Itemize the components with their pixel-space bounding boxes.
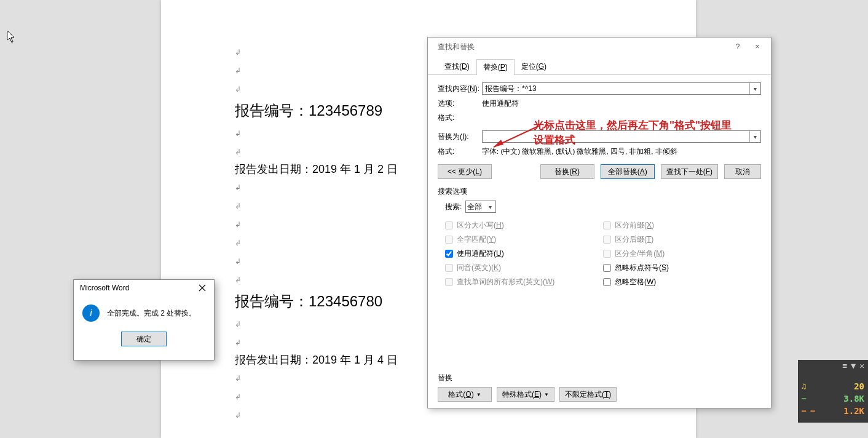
- search-options-legend: 搜索选项: [438, 186, 761, 197]
- replace-input[interactable]: [483, 132, 749, 141]
- tab-replace[interactable]: 替换(P): [476, 59, 515, 75]
- find-next-button[interactable]: 查找下一处(F): [661, 164, 718, 179]
- search-direction-value: 全部: [467, 202, 482, 212]
- hamburger-icon[interactable]: ≡: [843, 361, 848, 370]
- opt-sounds-like: 同音(英文)(K): [445, 263, 603, 273]
- replace-button[interactable]: 替换(R): [540, 164, 594, 179]
- info-icon: i: [82, 305, 100, 322]
- opt-ignore-punct[interactable]: 忽略标点符号(S): [603, 263, 761, 273]
- replace-history-dropdown[interactable]: ▾: [749, 131, 760, 142]
- replace-all-button[interactable]: 全部替换(A): [601, 164, 655, 179]
- mouse-cursor: [7, 31, 16, 43]
- message-box: Microsoft Word i 全部完成。完成 2 处替换。 确定: [73, 279, 215, 360]
- chevron-down-icon: ▾: [486, 204, 494, 210]
- opt-whole-word: 全字匹配(Y): [445, 234, 603, 245]
- dialog-titlebar[interactable]: 查找和替换 ? ×: [428, 38, 771, 56]
- replace-format-value: 字体: (中文) 微软雅黑, (默认) 微软雅黑, 四号, 非加粗, 非倾斜: [482, 147, 677, 156]
- music-icon: ♫: [802, 382, 816, 391]
- msgbox-titlebar[interactable]: Microsoft Word: [74, 280, 214, 296]
- metric-value-3: 1.2K: [843, 406, 864, 416]
- opt-match-prefix: 区分前缀(X): [603, 220, 761, 231]
- opt-match-case: 区分大小写(H): [445, 220, 603, 231]
- opt-all-word-forms: 查找单词的所有形式(英文)(W): [445, 277, 603, 287]
- msgbox-ok-button[interactable]: 确定: [121, 332, 167, 346]
- format-button[interactable]: 格式(O)▼: [438, 387, 492, 402]
- replace-format-label: 格式:: [438, 146, 482, 157]
- opt-match-suffix: 区分后缀(T): [603, 234, 761, 245]
- less-button[interactable]: << 更少(L): [438, 164, 492, 179]
- find-format-label: 格式:: [438, 113, 482, 123]
- msgbox-close-button[interactable]: [193, 281, 211, 295]
- options-value: 使用通配符: [482, 98, 519, 109]
- search-options-group: 搜索选项 搜索: 全部 ▾ 区分大小写(H) 全字匹配(Y) 使用通配符(U) …: [438, 186, 761, 291]
- opt-ignore-space[interactable]: 忽略空格(W): [603, 277, 761, 287]
- replace-format-group: 替换 格式(O)▼ 特殊格式(E)▼ 不限定格式(T): [438, 373, 761, 402]
- find-input-wrap: ▾: [482, 82, 761, 95]
- dialog-title: 查找和替换: [438, 42, 728, 52]
- system-monitor-widget: ≡ ▼ ✕ ♫ 20 — 3.8K — — 1.2K: [798, 360, 868, 423]
- find-history-dropdown[interactable]: ▾: [749, 83, 760, 94]
- special-button[interactable]: 特殊格式(E)▼: [497, 387, 554, 402]
- replace-section-legend: 替换: [438, 373, 761, 383]
- metric-value-1: 20: [854, 381, 864, 391]
- chevron-down-icon[interactable]: ▼: [851, 361, 856, 370]
- no-formatting-button[interactable]: 不限定格式(T): [559, 387, 617, 402]
- tab-find[interactable]: 查找(D): [438, 58, 476, 74]
- opt-full-half-width: 区分全/半角(M): [603, 249, 761, 259]
- search-direction-label: 搜索:: [445, 202, 462, 212]
- find-replace-dialog: 查找和替换 ? × 查找(D) 替换(P) 定位(G) 查找内容(N): ▾ 选…: [427, 37, 771, 408]
- close-button[interactable]: ×: [748, 39, 767, 54]
- find-input[interactable]: [483, 84, 749, 93]
- replace-label: 替换为(I):: [438, 132, 482, 142]
- close-icon[interactable]: ✕: [859, 361, 864, 370]
- options-label: 选项:: [438, 98, 482, 109]
- msgbox-title: Microsoft Word: [80, 284, 193, 292]
- dash-icon: — —: [802, 407, 816, 415]
- cancel-button[interactable]: 取消: [724, 164, 761, 179]
- help-button[interactable]: ?: [728, 39, 748, 54]
- find-label: 查找内容(N):: [438, 84, 482, 94]
- search-direction-select[interactable]: 全部 ▾: [465, 201, 496, 213]
- metric-value-2: 3.8K: [843, 394, 864, 404]
- dialog-tabs: 查找(D) 替换(P) 定位(G): [428, 56, 771, 75]
- dash-icon: —: [802, 394, 816, 403]
- replace-input-wrap: ▾: [482, 130, 761, 143]
- tab-goto[interactable]: 定位(G): [515, 58, 553, 74]
- close-icon: [199, 284, 206, 292]
- opt-wildcards[interactable]: 使用通配符(U): [445, 249, 603, 259]
- msgbox-text: 全部完成。完成 2 处替换。: [107, 308, 196, 319]
